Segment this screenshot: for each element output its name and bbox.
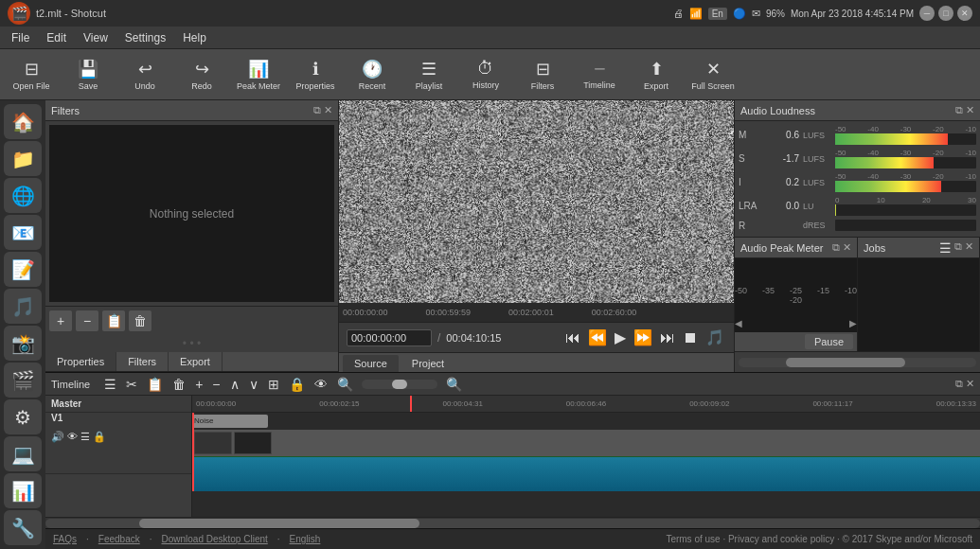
goto-start-button[interactable]: ⏮	[563, 327, 582, 348]
right-scrollbar[interactable]	[739, 358, 976, 367]
filter-copy-button[interactable]: 📋	[102, 310, 125, 331]
filter-delete-button[interactable]: 🗑	[129, 310, 151, 331]
audio-loudness-float-button[interactable]: ⧉	[955, 104, 963, 116]
playlist-label: Playlist	[416, 81, 443, 91]
tab-filters[interactable]: Filters	[116, 352, 169, 371]
menu-help[interactable]: Help	[175, 29, 214, 46]
stop-button[interactable]: ⏹	[681, 327, 700, 348]
menu-settings[interactable]: Settings	[117, 29, 173, 46]
redo-button[interactable]: ↪ Redo	[174, 52, 229, 97]
tl-close-button[interactable]: ✕	[966, 378, 974, 390]
tab-export[interactable]: Export	[169, 352, 223, 371]
undo-button[interactable]: ↩ Undo	[117, 52, 172, 97]
jobs-menu-button[interactable]: ☰	[939, 240, 952, 256]
filters-float-button[interactable]: ⧉	[313, 104, 321, 116]
tl-float-button[interactable]: ⧉	[955, 378, 963, 390]
tab-properties[interactable]: Properties	[45, 352, 116, 371]
menu-view[interactable]: View	[76, 29, 116, 46]
peak-scroll-left[interactable]: ◀	[735, 318, 742, 328]
timeline-scrollbar[interactable]	[45, 517, 980, 528]
tl-scrollbar-track[interactable]	[45, 519, 980, 528]
filter-add-button[interactable]: +	[49, 310, 72, 331]
filters-close-button[interactable]: ✕	[324, 104, 332, 116]
dock-icon-1[interactable]: 📁	[4, 141, 42, 176]
save-button[interactable]: 💾 Save	[61, 52, 116, 97]
tl-btn-cut[interactable]: ✂	[123, 376, 140, 393]
statusbar-download[interactable]: Download Desktop Client	[162, 534, 268, 544]
pause-button[interactable]: Pause	[805, 334, 853, 349]
audio-peak-meter-float[interactable]: ⧉	[832, 241, 840, 254]
tl-btn-add[interactable]: +	[192, 376, 205, 393]
tl-zoom-slider[interactable]	[362, 380, 437, 389]
statusbar-feedback[interactable]: Feedback	[98, 534, 140, 544]
audio-loudness-close-button[interactable]: ✕	[966, 104, 974, 116]
dock-icon-8[interactable]: ⚙	[4, 399, 42, 434]
v1-layers-icon[interactable]: ☰	[80, 431, 90, 443]
filters-button[interactable]: ⊟ Filters	[515, 52, 570, 97]
tl-btn-grid[interactable]: ⊞	[265, 376, 282, 393]
dock-icon-4[interactable]: 📝	[4, 252, 42, 287]
peak-meter-button[interactable]: 📊 Peak Meter	[231, 52, 286, 97]
dock-icon-5[interactable]: 🎵	[4, 289, 42, 324]
meter-i-label: I	[739, 177, 767, 187]
dock-icon-6[interactable]: 📸	[4, 326, 42, 361]
statusbar-lang[interactable]: English	[290, 534, 321, 544]
open-file-button[interactable]: ⊟ Open File	[4, 52, 59, 97]
tl-btn-copy[interactable]: 📋	[144, 376, 166, 393]
timeline-button[interactable]: ⏤ Timeline	[572, 52, 627, 97]
jobs-close-button[interactable]: ✕	[965, 240, 973, 256]
maximize-button[interactable]: □	[938, 6, 953, 21]
v1-audio-icon[interactable]: 🔊	[51, 431, 64, 443]
menu-file[interactable]: File	[4, 29, 37, 46]
play-button[interactable]: ▶	[613, 327, 628, 348]
tl-btn-delete[interactable]: 🗑	[169, 376, 188, 393]
goto-end-button[interactable]: ⏭	[658, 327, 677, 348]
minimize-button[interactable]: ─	[919, 6, 935, 21]
tab-project[interactable]: Project	[401, 355, 455, 372]
properties-button[interactable]: ℹ Properties	[288, 52, 343, 97]
peak-scroll-right[interactable]: ▶	[849, 318, 857, 328]
current-time-input[interactable]	[347, 329, 432, 346]
tl-btn-zoom-out[interactable]: 🔍	[334, 376, 356, 393]
filter-remove-button[interactable]: −	[76, 310, 98, 331]
dock-icon-7[interactable]: 🎬	[4, 363, 42, 398]
tab-source[interactable]: Source	[343, 355, 399, 372]
fast-forward-button[interactable]: ⏩	[632, 327, 654, 348]
rewind-button[interactable]: ⏪	[586, 327, 609, 348]
meter-i-bar	[835, 181, 941, 192]
battery-indicator: 96%	[766, 9, 785, 19]
statusbar-faqs[interactable]: FAQs	[53, 534, 77, 544]
tl-btn-down[interactable]: ∨	[246, 376, 261, 393]
meter-s-bar	[835, 157, 934, 168]
recent-button[interactable]: 🕐 Recent	[345, 52, 400, 97]
audio-button[interactable]: 🎵	[704, 327, 726, 348]
tc-mark-3: 00:02:60:00	[592, 308, 637, 317]
meter-lra-value: 0.0	[771, 201, 799, 211]
menu-edit[interactable]: Edit	[39, 29, 74, 46]
dock-icon-3[interactable]: 📧	[4, 215, 42, 250]
tl-btn-zoom-in[interactable]: 🔍	[443, 376, 465, 393]
jobs-float-button[interactable]: ⧉	[954, 240, 962, 256]
audio-peak-meter-close[interactable]: ✕	[843, 241, 851, 254]
tl-btn-menu[interactable]: ☰	[101, 376, 119, 393]
close-button[interactable]: ✕	[957, 6, 972, 21]
v1-lock-icon[interactable]: 🔒	[93, 431, 106, 443]
export-button[interactable]: ⬆ Export	[629, 52, 684, 97]
dock-icon-2[interactable]: 🌐	[4, 178, 42, 213]
tl-btn-eye[interactable]: 👁	[312, 376, 330, 393]
dock-icon-10[interactable]: 📊	[4, 473, 42, 508]
tl-btn-minus[interactable]: −	[209, 376, 223, 393]
v1-eye-icon[interactable]: 👁	[67, 431, 78, 443]
history-button[interactable]: ⏱ History	[458, 52, 513, 97]
tl-btn-up[interactable]: ∧	[227, 376, 242, 393]
dock-icon-11[interactable]: 🔧	[4, 510, 42, 545]
full-screen-button[interactable]: ✕ Full Screen	[686, 52, 740, 97]
playlist-button[interactable]: ☰ Playlist	[401, 52, 456, 97]
window-controls[interactable]: ─ □ ✕	[919, 6, 972, 21]
jobs-panel: Jobs ☰ ⧉ ✕	[858, 238, 980, 351]
tl-btn-lock[interactable]: 🔒	[286, 376, 308, 393]
dock-icon-9[interactable]: 💻	[4, 436, 42, 471]
dock-icon-0[interactable]: 🏠	[4, 104, 42, 139]
noise-clip[interactable]: Noise	[192, 415, 268, 428]
jobs-panel-header: Jobs ☰ ⧉ ✕	[858, 238, 979, 258]
